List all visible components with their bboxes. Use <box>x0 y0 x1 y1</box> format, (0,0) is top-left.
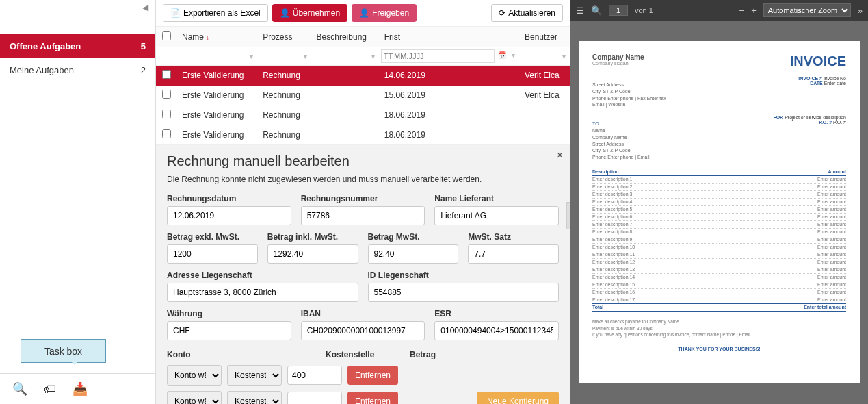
form-subtitle: Die Rechnung konnte nicht zugewiesen wer… <box>167 175 559 184</box>
filter-icon[interactable]: ▾ <box>510 49 517 63</box>
sidebar-item-count: 2 <box>141 65 146 75</box>
sidebar-toggle-icon[interactable]: ☰ <box>576 5 584 16</box>
cell-beschreibung <box>311 125 379 145</box>
input-name-lieferant[interactable] <box>434 206 559 225</box>
frist-filter-input[interactable] <box>381 49 495 63</box>
col-frist[interactable]: Frist <box>379 27 519 47</box>
col-name[interactable]: Name ↓ <box>176 27 257 47</box>
neue-kontierung-button[interactable]: Neue Kontierung <box>477 392 559 404</box>
input-iban[interactable] <box>301 321 425 340</box>
label-betrag-mwst: Betrag MwSt. <box>368 232 459 242</box>
close-icon[interactable]: × <box>557 149 563 162</box>
select-all-checkbox[interactable] <box>162 31 171 40</box>
uebernehmen-label: Übernehmen <box>293 8 340 18</box>
input-esr[interactable] <box>434 321 559 340</box>
entfernen-button[interactable]: Entfernen <box>347 392 398 404</box>
label-name-lieferant: Name Lieferant <box>434 194 559 203</box>
task-box-callout: Task box <box>21 339 106 363</box>
kostenstelle-select[interactable]: Kostenstelle <box>227 391 282 404</box>
label-rechnungsnummer: Rechnungsnummer <box>301 194 425 203</box>
pdf-viewer: ☰ 🔍 von 1 − + Automatischer Zoom » Compa… <box>570 0 868 404</box>
inbox-icon[interactable]: 📥 <box>73 381 88 396</box>
freigeben-button[interactable]: 👤 Freigeben <box>352 4 417 22</box>
search-icon[interactable]: 🔍 <box>12 381 27 396</box>
konto-select[interactable]: Konto wählen <box>167 391 222 404</box>
input-mwst-satz[interactable] <box>468 244 559 264</box>
col-benutzer[interactable]: Benutzer <box>519 27 570 47</box>
inv-title: INVOICE <box>790 53 846 69</box>
row-checkbox[interactable] <box>162 129 171 138</box>
cell-frist: 15.06.2019 <box>379 86 519 105</box>
input-betrag-mwst[interactable] <box>368 244 459 264</box>
row-checkbox[interactable] <box>162 90 171 99</box>
zoom-select[interactable]: Automatischer Zoom <box>763 3 851 17</box>
kostenstelle-select[interactable]: Kostenstelle <box>227 365 282 386</box>
table-row[interactable]: Erste Validierung Rechnung 18.06.2019 <box>156 105 570 125</box>
inv-company-name: Company Name <box>592 53 644 61</box>
cell-name: Erste Validierung <box>176 86 257 105</box>
input-id-liegenschaft[interactable] <box>368 283 560 302</box>
input-betrag-inkl[interactable] <box>267 244 358 264</box>
cell-benutzer <box>519 125 570 145</box>
filter-icon[interactable]: ▾ <box>302 51 309 62</box>
input-adresse[interactable] <box>167 283 358 302</box>
input-waehrung[interactable] <box>167 321 291 340</box>
label-betrag: Betrag <box>410 350 436 359</box>
label-kostenstelle: Kostenstelle <box>326 350 374 359</box>
aktualisieren-button[interactable]: ⟳ Aktualisieren <box>491 4 563 22</box>
konto-row: Konto wählen Kostenstelle EntfernenNeue … <box>167 391 559 404</box>
cell-frist: 14.06.2019 <box>379 66 519 86</box>
label-esr: ESR <box>434 309 559 318</box>
input-rechnungsnummer[interactable] <box>301 206 425 225</box>
table-row[interactable]: Erste Validierung Rechnung 18.06.2019 <box>156 125 570 145</box>
table-row[interactable]: Erste Validierung Rechnung 14.06.2019 Ve… <box>156 66 570 86</box>
sidebar-item-offene-aufgaben[interactable]: Offene Aufgaben 5 <box>0 34 155 58</box>
cell-prozess: Rechnung <box>257 66 311 86</box>
zoom-out-icon[interactable]: − <box>739 5 745 16</box>
filter-icon[interactable]: ▾ <box>248 51 255 62</box>
viewer-more-icon[interactable]: » <box>858 5 863 16</box>
konto-select[interactable]: Konto wählen <box>167 365 222 386</box>
cell-name: Erste Validierung <box>176 105 257 125</box>
input-betrag-exkl[interactable] <box>167 244 258 264</box>
cell-name: Erste Validierung <box>176 66 257 86</box>
zoom-in-icon[interactable]: + <box>751 5 757 16</box>
cell-prozess: Rechnung <box>257 125 311 145</box>
form-panel: × Rechnung manuell bearbeiten Die Rechnu… <box>156 145 570 404</box>
cell-benutzer <box>519 105 570 125</box>
sidebar-item-count: 5 <box>141 41 146 51</box>
betrag-input[interactable] <box>287 366 342 385</box>
page-number-input[interactable] <box>609 5 628 16</box>
uebernehmen-button[interactable]: 👤 Übernehmen <box>272 4 347 22</box>
row-checkbox[interactable] <box>162 110 171 118</box>
label-betrag-inkl: Betrag inkl. MwSt. <box>267 232 358 242</box>
task-table: Name ↓ Prozess Beschreibung Frist Benutz… <box>156 27 570 145</box>
betrag-input[interactable] <box>287 392 342 404</box>
col-prozess[interactable]: Prozess <box>257 27 311 47</box>
viewer-search-icon[interactable]: 🔍 <box>591 5 602 16</box>
splitter-handle[interactable] <box>566 202 570 229</box>
sort-indicator-icon: ↓ <box>206 34 209 41</box>
freigeben-label: Freigeben <box>372 8 409 18</box>
col-beschreibung[interactable]: Beschreibung <box>311 27 379 47</box>
input-rechnungsdatum[interactable] <box>167 206 291 225</box>
label-waehrung: Währung <box>167 309 291 318</box>
calendar-icon[interactable]: 📅 <box>496 49 508 63</box>
row-checkbox[interactable] <box>162 70 171 79</box>
label-betrag-exkl: Betrag exkl. MwSt. <box>167 232 258 242</box>
label-iban: IBAN <box>301 309 425 318</box>
sidebar-item-meine-aufgaben[interactable]: Meine Aufgaben 2 <box>0 58 155 82</box>
filter-icon[interactable]: ▾ <box>560 51 568 62</box>
cell-prozess: Rechnung <box>257 86 311 105</box>
sidebar-item-label: Meine Aufgaben <box>10 65 74 75</box>
entfernen-button[interactable]: Entfernen <box>347 366 398 385</box>
export-excel-button[interactable]: 📄 Exportieren als Excel <box>163 4 268 22</box>
konto-row: Konto wählen Kostenstelle Entfernen <box>167 365 559 386</box>
cell-benutzer: Verit Elca <box>519 66 570 86</box>
table-row[interactable]: Erste Validierung Rechnung 15.06.2019 Ve… <box>156 86 570 105</box>
label-mwst-satz: MwSt. Satz <box>468 232 559 242</box>
filter-icon[interactable]: ▾ <box>369 51 377 62</box>
export-label: Exportieren als Excel <box>183 8 261 18</box>
sidebar-collapse-icon[interactable]: ◀ <box>139 3 151 15</box>
tag-icon[interactable]: 🏷 <box>44 382 56 396</box>
